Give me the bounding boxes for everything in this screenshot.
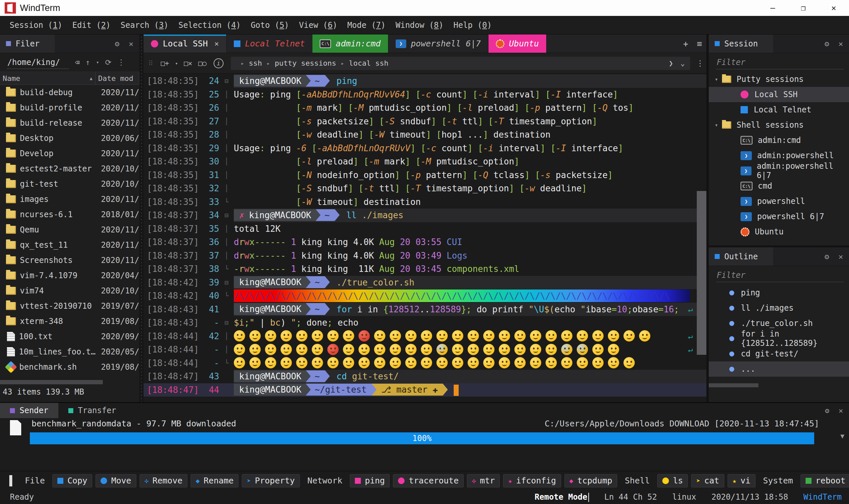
new-tab-icon[interactable]: + bbox=[683, 39, 688, 49]
tab-list-icon[interactable]: ≡ bbox=[697, 39, 702, 49]
tree-caret-icon[interactable]: ▾ bbox=[711, 122, 722, 128]
tcpdump-button[interactable]: ◆tcpdump bbox=[564, 474, 617, 487]
up-directory-icon[interactable]: ↑ bbox=[86, 58, 90, 67]
filer-menu-icon[interactable]: ⋮ bbox=[118, 58, 125, 67]
tab-local-ssh[interactable]: Local SSH✕ bbox=[144, 35, 227, 53]
remove-button[interactable]: ✣Remove bbox=[140, 474, 187, 487]
restore-button[interactable]: ❐ bbox=[788, 0, 818, 16]
status-brand[interactable]: WindTerm bbox=[803, 492, 842, 502]
file-row[interactable]: Develop2020/11/ bbox=[0, 146, 139, 161]
file-row[interactable]: 10m_lines_foo.t…2020/05/ bbox=[0, 344, 139, 359]
reboot-button[interactable]: reboot bbox=[800, 474, 849, 487]
breadcrumb-item[interactable]: ssh bbox=[249, 59, 262, 67]
toolbar-grip-icon[interactable]: ⠿ bbox=[148, 59, 153, 67]
session-item-cmd[interactable]: C:\cmd bbox=[709, 178, 849, 194]
tab-powershell-6-7[interactable]: ❯powershell 6|7 bbox=[389, 35, 488, 53]
fold-marker[interactable]: ⊟ bbox=[219, 209, 234, 222]
file-row[interactable]: xterm-3482019/08/ bbox=[0, 314, 139, 329]
filer-splitter[interactable] bbox=[139, 35, 144, 402]
refresh-icon[interactable]: ⟳ bbox=[105, 58, 111, 67]
transfer-settings-icon[interactable]: ⚙ bbox=[825, 407, 829, 415]
terminal-scrollbar[interactable] bbox=[697, 191, 707, 355]
session-settings-icon[interactable]: ⚙ bbox=[825, 39, 829, 48]
status-os[interactable]: linux bbox=[672, 492, 696, 502]
close-session-icon[interactable]: □✕ bbox=[184, 59, 192, 67]
session-item-local-ssh[interactable]: Local SSH bbox=[709, 87, 849, 102]
status-mode[interactable]: Remote Mode bbox=[535, 492, 589, 502]
session-item-ubuntu[interactable]: Ubuntu bbox=[709, 224, 849, 239]
collapse-icon[interactable]: ⌄ bbox=[681, 59, 685, 67]
outline-item[interactable]: ll ./images bbox=[709, 301, 849, 316]
outline-item[interactable]: ping bbox=[709, 285, 849, 301]
menu-window[interactable]: Window (8) bbox=[391, 21, 449, 30]
session-filter-input[interactable] bbox=[716, 55, 844, 69]
menu-session[interactable]: Session (1) bbox=[5, 21, 67, 30]
transfer-tab-sender[interactable]: Sender bbox=[0, 403, 58, 418]
session-item-local-telnet[interactable]: Local Telnet bbox=[709, 102, 849, 118]
outline-hscrollbar[interactable] bbox=[709, 383, 758, 387]
session-item-shell-sessions[interactable]: ▾Shell sessions bbox=[709, 118, 849, 133]
right-splitter[interactable] bbox=[706, 35, 709, 402]
cat-button[interactable]: ➤cat bbox=[691, 474, 724, 487]
column-name[interactable]: Name ▲ bbox=[0, 72, 95, 85]
transfer-dropdown-icon[interactable]: ▼ bbox=[841, 432, 844, 440]
file-row[interactable]: build-release2020/11/ bbox=[0, 115, 139, 131]
file-row[interactable]: qx_test_112020/11/ bbox=[0, 237, 139, 253]
path-dropdown-icon[interactable]: ▾ bbox=[96, 59, 99, 65]
outline-item[interactable]: ./true_color.sh bbox=[709, 316, 849, 331]
session-close-icon[interactable]: ✕ bbox=[838, 39, 843, 48]
open-session-icon[interactable]: □○ bbox=[198, 59, 206, 67]
terminal-menu-icon[interactable]: ⋮ bbox=[696, 59, 704, 68]
column-date-modified[interactable]: Date mod bbox=[95, 72, 139, 85]
new-session-icon[interactable]: □+ bbox=[161, 59, 169, 67]
rename-button[interactable]: ◆Rename bbox=[191, 474, 238, 487]
session-item-admin-cmd[interactable]: C:\admin:cmd bbox=[709, 133, 849, 148]
transfer-close-icon[interactable]: ✕ bbox=[839, 407, 843, 415]
file-row[interactable]: Desktop2020/06/ bbox=[0, 131, 139, 146]
file-row[interactable]: esctest2-master2020/10/ bbox=[0, 161, 139, 176]
path-input[interactable] bbox=[7, 56, 69, 69]
file-row[interactable]: build-debug2020/11/ bbox=[0, 85, 139, 100]
menu-selection[interactable]: Selection (4) bbox=[174, 21, 246, 30]
outline-close-icon[interactable]: ✕ bbox=[838, 252, 843, 261]
menu-mode[interactable]: Mode (7) bbox=[342, 21, 391, 30]
session-item-powershell-6-7[interactable]: ❯powershell 6|7 bbox=[709, 209, 849, 224]
menu-view[interactable]: View (6) bbox=[294, 21, 343, 30]
status-position[interactable]: Ln 44 Ch 52 bbox=[604, 492, 657, 502]
outline-filter-input[interactable] bbox=[716, 268, 844, 282]
file-row[interactable]: benchmark.sh2019/08/ bbox=[0, 359, 139, 375]
traceroute-button[interactable]: traceroute bbox=[393, 474, 464, 487]
filer-settings-icon[interactable]: ⚙ bbox=[115, 39, 120, 48]
tab-admin-cmd[interactable]: C:\admin:cmd bbox=[312, 35, 388, 53]
ls-button[interactable]: ls bbox=[657, 474, 688, 487]
filer-title-tab[interactable]: Filer bbox=[0, 35, 55, 53]
tab-local-telnet[interactable]: Local Telnet bbox=[227, 35, 313, 53]
fold-marker[interactable]: ⊟ bbox=[219, 316, 234, 329]
terminal-view[interactable]: [18:48:35]24⊟king@MACBOOK~ping[18:48:35]… bbox=[144, 74, 709, 402]
session-item-admin-powershell-6-7[interactable]: ❯admin:powershell 6|7 bbox=[709, 163, 849, 178]
minimize-button[interactable]: – bbox=[757, 0, 788, 16]
close-button[interactable]: ✕ bbox=[818, 0, 849, 16]
vi-button[interactable]: ★vi bbox=[728, 474, 756, 487]
session-item-admin-powershell[interactable]: ❯admin:powershell bbox=[709, 148, 849, 163]
breadcrumb[interactable]: ▸ssh▸putty sessions▸local ssh ❯ ⌄ bbox=[231, 57, 690, 70]
session-title-tab[interactable]: Session bbox=[709, 35, 773, 53]
tab-ubuntu[interactable]: Ubuntu bbox=[488, 35, 546, 53]
breadcrumb-item[interactable]: local ssh bbox=[349, 59, 389, 67]
run-icon[interactable]: ❯ bbox=[669, 59, 673, 67]
outline-item[interactable]: for i in {128512..128589} bbox=[709, 331, 849, 346]
move-button[interactable]: Move bbox=[95, 474, 136, 487]
session-item-putty-sessions[interactable]: ▾Putty sessions bbox=[709, 72, 849, 87]
file-row[interactable]: Screenshots2020/11/ bbox=[0, 253, 139, 268]
outline-settings-icon[interactable]: ⚙ bbox=[825, 252, 829, 261]
filer-hscrollbar[interactable] bbox=[0, 380, 103, 384]
outline-title-tab[interactable]: Outline bbox=[709, 247, 773, 266]
new-session-dropdown-icon[interactable]: ▾ bbox=[175, 61, 178, 66]
file-row[interactable]: images2020/11/ bbox=[0, 192, 139, 207]
file-row[interactable]: Qemu2020/11/ bbox=[0, 222, 139, 237]
tab-close-icon[interactable]: ✕ bbox=[214, 39, 219, 48]
panel-toggle-icon[interactable] bbox=[9, 475, 12, 486]
file-row[interactable]: 100.txt2020/09/ bbox=[0, 329, 139, 344]
file-row[interactable]: build-profile2020/11/ bbox=[0, 100, 139, 115]
tree-caret-icon[interactable]: ▾ bbox=[711, 76, 722, 83]
